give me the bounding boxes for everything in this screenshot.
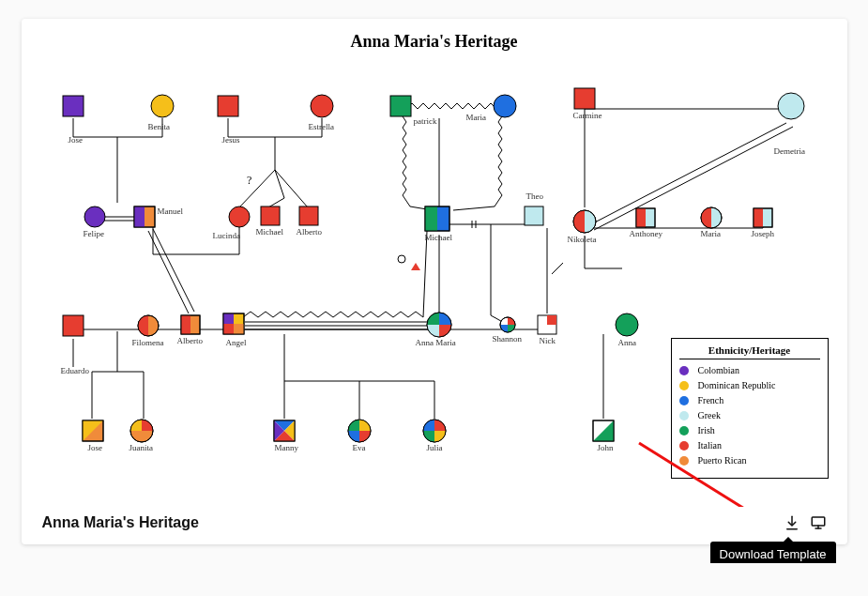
svg-rect-13 xyxy=(134,206,145,227)
svg-rect-5 xyxy=(218,96,238,116)
label-alberto1: Alberto xyxy=(297,227,323,237)
legend-item: French xyxy=(679,395,820,405)
svg-point-15 xyxy=(229,206,250,227)
legend-label: Irish xyxy=(698,425,715,436)
legend-title: Ethnicity/Heritage xyxy=(679,344,820,359)
template-title: Anna Maria's Heritage xyxy=(42,514,199,531)
label-julia: Julia xyxy=(427,443,443,452)
download-icon[interactable] xyxy=(784,514,800,531)
svg-rect-32 xyxy=(63,315,84,336)
svg-text:?: ? xyxy=(247,174,251,187)
label-anthoney: Anthoney xyxy=(630,229,663,238)
card-footer: Anna Maria's Heritage xyxy=(22,507,847,535)
svg-point-6 xyxy=(311,95,333,117)
legend-dot xyxy=(679,381,689,390)
svg-rect-41 xyxy=(223,324,234,334)
legend-item: Italian xyxy=(679,440,820,451)
label-john: John xyxy=(598,443,614,452)
label-alberto2: Alberto xyxy=(177,336,204,345)
label-benita: Benita xyxy=(148,122,171,131)
svg-rect-17 xyxy=(299,206,318,225)
label-theo: Theo xyxy=(526,191,544,201)
legend-label: Greek xyxy=(698,410,721,420)
label-jesus: Jesus xyxy=(222,135,240,145)
label-filomena: Filomena xyxy=(132,338,164,347)
svg-point-8 xyxy=(494,95,516,117)
legend-dot xyxy=(679,426,689,436)
legend-item: Puerto Rican xyxy=(679,455,820,466)
legend-label: French xyxy=(698,395,724,405)
legend-label: Colombian xyxy=(698,365,739,375)
desktop-icon[interactable] xyxy=(810,514,827,531)
genogram-diagram: Anna Maria's Heritage xyxy=(22,19,847,507)
svg-rect-48 xyxy=(547,315,556,325)
legend-item: Dominican Republic xyxy=(679,380,820,390)
legend-label: Dominican Republic xyxy=(698,380,776,390)
label-anna-maria: Anna Maria xyxy=(416,338,456,347)
label-maria2: Maria xyxy=(701,229,722,238)
label-manuel: Manuel xyxy=(158,206,184,216)
label-michael1: Michael xyxy=(256,227,284,237)
label-jose2: Jose xyxy=(88,443,103,452)
legend-label: Italian xyxy=(698,440,723,451)
label-carmine: Carmine xyxy=(573,111,602,120)
label-nikoleta: Nikoleta xyxy=(568,235,597,244)
label-joseph: Joseph xyxy=(752,229,775,238)
legend-dot xyxy=(679,366,689,375)
legend-dot xyxy=(679,456,689,466)
svg-point-4 xyxy=(151,95,174,117)
label-maria: Maria xyxy=(466,113,487,122)
label-shannon: Shannon xyxy=(493,334,523,344)
label-jose1: Jose xyxy=(69,135,84,145)
label-michael2: Michael xyxy=(425,233,453,242)
legend-label: Puerto Rican xyxy=(698,455,747,466)
svg-rect-3 xyxy=(63,96,84,116)
label-demetria: Demetria xyxy=(774,146,805,156)
label-felipe: Felipe xyxy=(84,229,105,238)
svg-point-11 xyxy=(84,206,105,227)
svg-rect-36 xyxy=(181,315,190,334)
svg-point-1 xyxy=(398,255,405,263)
svg-rect-40 xyxy=(234,324,244,334)
label-juanita: Juanita xyxy=(129,443,154,452)
svg-point-49 xyxy=(616,313,638,336)
label-nick: Nick xyxy=(540,336,556,345)
svg-rect-7 xyxy=(390,96,411,116)
svg-rect-19 xyxy=(425,206,437,231)
legend-item: Colombian xyxy=(679,365,820,375)
legend-dot xyxy=(679,441,689,451)
label-anna: Anna xyxy=(618,338,637,347)
svg-rect-25 xyxy=(636,208,646,227)
svg-rect-30 xyxy=(754,208,763,227)
svg-rect-39 xyxy=(223,313,234,324)
template-card: Anna Maria's Heritage xyxy=(22,19,847,544)
label-lucinda: Lucinda xyxy=(213,231,241,240)
svg-rect-16 xyxy=(261,206,280,225)
svg-marker-2 xyxy=(411,263,420,270)
download-tooltip: Download Template xyxy=(710,542,836,563)
label-eduardo: Eduardo xyxy=(61,366,90,375)
label-manny: Manny xyxy=(275,443,299,452)
legend-item: Greek xyxy=(679,410,820,420)
legend-item: Irish xyxy=(679,425,820,436)
svg-rect-21 xyxy=(525,206,543,225)
legend: Ethnicity/Heritage ColombianDominican Re… xyxy=(671,338,829,479)
label-angel: Angel xyxy=(226,338,247,347)
legend-dot xyxy=(679,411,689,420)
svg-rect-70 xyxy=(812,517,825,526)
svg-rect-9 xyxy=(574,88,595,109)
label-patrick: patrick xyxy=(414,116,437,126)
label-eva: Eva xyxy=(353,443,366,452)
label-estrella: Estrella xyxy=(309,122,335,131)
legend-dot xyxy=(679,396,689,405)
svg-point-10 xyxy=(778,93,804,119)
